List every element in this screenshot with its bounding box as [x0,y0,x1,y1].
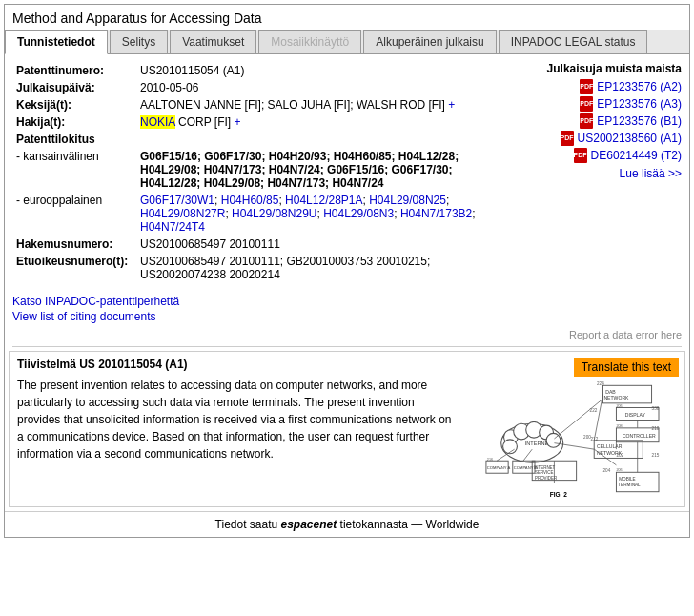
pub-item-0: PDF EP1233576 (A2) [491,79,682,94]
content-area: Patenttinumero: US2010115054 (A1) Julkai… [5,54,689,291]
citing-docs-link[interactable]: View list of citing documents [12,310,682,323]
inventors-plus-link[interactable]: + [448,98,455,112]
tab-selitys[interactable]: Selitys [110,30,168,53]
svg-line-37 [554,443,594,450]
patent-number-value: US2010115054 (A1) [136,62,483,79]
applicant-row: Hakija(t): NOKIA CORP [FI] + [12,113,483,131]
applicant-label: Hakija(t): [12,113,136,131]
pdf-icon-2: PDF [580,113,593,129]
page-title: Method and Apparatus for Accessing Data [5,5,689,30]
abstract-image: INTERNET DAB NETWORK 224 CELLULAR [467,377,677,501]
pub-link-0[interactable]: EP1233576 (A2) [597,80,682,93]
pub-item-2: PDF EP1233576 (B1) [491,113,682,129]
nokia-link[interactable]: NOKIA [140,115,175,129]
pub-link-3[interactable]: US2002138560 (A1) [578,132,682,145]
pub-link-4[interactable]: DE60214449 (T2) [591,149,682,162]
priority-label: Etuoikeusnumero(t): [12,253,136,283]
metadata-table: Patenttinumero: US2010115054 (A1) Julkai… [12,62,483,283]
priority-value: US20100685497 20100111; GB20010003753 20… [136,253,483,283]
pub-link-2[interactable]: EP1233576 (B1) [597,114,682,128]
svg-text:206: 206 [616,468,622,472]
svg-text:222: 222 [590,408,598,413]
euro-class-value: G06F17/30W1; H04H60/85; H04L12/28P1A; H0… [136,192,483,236]
pub-date-label: Julkaisupäivä: [12,79,136,96]
inventors-row: Keksijä(t): AALTONEN JANNE [FI]; SALO JU… [12,96,483,113]
pdf-icon-0: PDF [580,79,593,94]
euro-class-link-3[interactable]: H04L29/08N25 [369,194,446,207]
applicant-plus-link[interactable]: + [234,115,240,129]
tab-tunnistetiedot[interactable]: Tunnistetiedot [5,30,108,54]
svg-text:COMPANY B: COMPANY B [514,465,538,470]
read-more[interactable]: Lue lisää >> [491,167,682,180]
svg-text:PROVIDER: PROVIDER [535,476,557,481]
svg-text:DAB: DAB [605,389,616,395]
tab-inpadoc-legal[interactable]: INPADOC LEGAL status [499,30,648,53]
report-error-link[interactable]: Report a data error here [569,329,682,340]
svg-text:INTERNET: INTERNET [534,465,555,470]
svg-text:SERVICE: SERVICE [535,470,553,475]
left-panel: Patenttinumero: US2010115054 (A1) Julkai… [12,62,483,283]
svg-text:224: 224 [597,381,604,386]
svg-text:TERMINAL: TERMINAL [618,483,641,487]
pub-link-1[interactable]: EP1233576 (A3) [597,97,682,111]
pdf-icon-3: PDF [561,131,574,146]
euro-classification-row: - eurooppalainen G06F17/30W1; H04H60/85;… [12,192,483,236]
pub-item-4: PDF DE60214449 (T2) [491,148,682,163]
bottom-links: Katso INPADOC-patenttiperhettä View list… [5,291,689,327]
euro-class-link-4[interactable]: H04L29/08N27R [140,207,225,220]
svg-text:NETWORK: NETWORK [603,395,629,400]
euro-class-link-8[interactable]: H04N7/24T4 [140,220,205,234]
right-panel-title: Julkaisuja muista maista [491,62,682,75]
svg-text:FIG. 2: FIG. 2 [550,491,567,498]
svg-text:200: 200 [583,435,591,440]
app-number-row: Hakemusnumero: US20100685497 20100111 [12,236,483,253]
abstract-content: The present invention relates to accessi… [17,377,677,501]
footer-brand: espacenet [281,518,337,531]
classification-header-row: Patenttilokitus [12,131,483,148]
intl-classification-row: - kansainvälinen G06F15/16; G06F17/30; H… [12,148,483,192]
svg-text:215: 215 [652,453,660,458]
read-more-link[interactable]: Lue lisää >> [620,167,682,180]
classification-label: Patenttilokitus [12,131,136,148]
inventors-label: Keksijä(t): [12,96,136,113]
pub-date-row: Julkaisupäivä: 2010-05-06 [12,79,483,96]
svg-text:202: 202 [616,453,623,458]
svg-text:MOBILE: MOBILE [619,477,635,482]
right-panel: Julkaisuja muista maista PDF EP1233576 (… [491,62,682,283]
euro-class-link-6[interactable]: H04L29/08N3 [323,207,394,220]
euro-class-link-5[interactable]: H04L29/08N29U [232,207,316,220]
svg-text:COMPANY A: COMPANY A [487,465,511,470]
intl-class-value: G06F15/16; G06F17/30; H04H20/93; H04H60/… [136,148,483,192]
svg-text:208: 208 [616,424,622,428]
svg-text:216: 216 [487,458,493,462]
euro-class-link-2[interactable]: H04L12/28P1A [285,194,362,207]
app-number-label: Hakemusnumero: [12,236,136,253]
euro-class-link-7[interactable]: H04N7/173B2 [400,207,472,220]
inpadoc-family-link[interactable]: Katso INPADOC-patenttiperhettä [12,295,682,308]
priority-row: Etuoikeusnumero(t): US20100685497 201001… [12,253,483,283]
app-number-value: US20100685497 20100111 [136,236,483,253]
svg-text:210: 210 [652,426,660,431]
euro-class-link-0[interactable]: G06F17/30W1 [140,194,214,207]
svg-text:CELLULAR: CELLULAR [597,443,623,449]
euro-class-link-1[interactable]: H04H60/85 [221,194,279,207]
abstract-text: The present invention relates to accessi… [17,377,459,501]
inventors-value: AALTONEN JANNE [FI]; SALO JUHA [FI]; WAL… [136,96,483,113]
svg-text:338: 338 [652,406,660,411]
tab-alkuperainen[interactable]: Alkuperäinen julkaisu [363,30,496,53]
svg-line-36 [523,449,532,461]
svg-line-44 [594,395,602,441]
fig2-diagram: INTERNET DAB NETWORK 224 CELLULAR [472,377,672,501]
abstract-section: Tiivistelmä US 2010115054 (A1) Translate… [9,351,685,507]
tab-mosaiikki: Mosaiikkinäyttö [258,30,361,53]
tab-vaatimukset[interactable]: Vaatimukset [170,30,256,53]
tabs-bar: Tunnistetiedot Selitys Vaatimukset Mosai… [5,30,689,54]
applicant-value: NOKIA CORP [FI] + [136,113,483,131]
translate-button[interactable]: Translate this text [574,358,679,377]
svg-text:206: 206 [616,404,622,408]
euro-class-label: - eurooppalainen [12,192,136,236]
pdf-icon-1: PDF [580,96,593,112]
divider [12,346,682,347]
pub-date-value: 2010-05-06 [136,79,483,96]
main-container: Method and Apparatus for Accessing Data … [4,4,690,538]
